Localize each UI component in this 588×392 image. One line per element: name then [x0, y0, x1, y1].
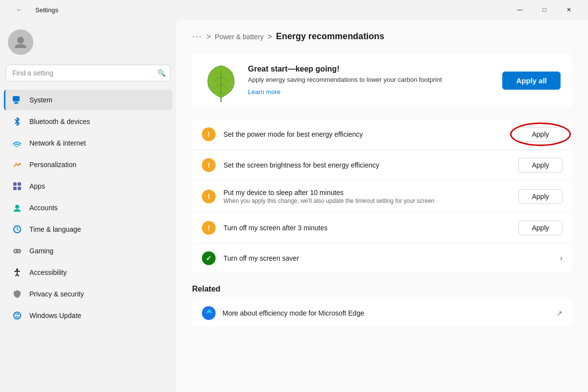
sidebar-item-update[interactable]: Windows Update	[4, 305, 172, 326]
window-controls: — □ ✕	[509, 2, 580, 18]
gaming-icon	[12, 245, 23, 256]
external-link-icon: ↗	[557, 309, 563, 317]
privacy-icon	[12, 289, 23, 299]
apply-button-2[interactable]: Apply	[518, 158, 563, 172]
title-bar-left: ← Settings	[8, 2, 58, 18]
svg-point-9	[15, 205, 19, 209]
rec-row-4: ! Turn off my screen after 3 minutes App…	[192, 213, 572, 244]
svg-rect-8	[18, 187, 21, 190]
sidebar-label-update: Windows Update	[29, 312, 81, 319]
hero-title: Great start—keep going!	[248, 65, 492, 74]
system-icon	[12, 95, 23, 105]
app-container: 🔍 System Bluetooth & devices Network & i…	[0, 20, 588, 392]
rec-text-3: Put my device to sleep after 10 minutes …	[223, 189, 511, 204]
svg-point-0	[17, 37, 24, 44]
sidebar: 🔍 System Bluetooth & devices Network & i…	[0, 20, 176, 392]
hero-text: Great start—keep going! Apply energy sav…	[248, 65, 492, 96]
apply-button-4[interactable]: Apply	[518, 220, 563, 235]
apps-icon	[12, 181, 23, 192]
rec-icon-2: !	[202, 158, 216, 172]
rec-text-1: Set the power mode for best energy effic…	[223, 130, 511, 138]
accounts-icon	[12, 202, 23, 213]
app-title: Settings	[35, 6, 58, 14]
rec-row-5: ✓ Turn off my screen saver ›	[192, 244, 572, 273]
svg-rect-3	[14, 103, 19, 104]
search-input[interactable]	[6, 65, 171, 81]
hero-section: Great start—keep going! Apply energy sav…	[192, 53, 572, 107]
sidebar-label-privacy: Privacy & security	[29, 290, 84, 298]
rec-title-4: Turn off my screen after 3 minutes	[223, 224, 511, 232]
sidebar-label-time: Time & language	[29, 225, 81, 233]
sidebar-item-privacy[interactable]: Privacy & security	[4, 284, 172, 304]
breadcrumb-sep2: >	[268, 32, 272, 41]
rec-row-3: ! Put my device to sleep after 10 minute…	[192, 181, 572, 213]
svg-point-15	[19, 251, 20, 252]
rec-title-5: Turn off my screen saver	[223, 254, 552, 262]
svg-point-4	[17, 146, 18, 147]
hero-description: Apply energy saving recommendations to l…	[248, 75, 492, 84]
search-box: 🔍	[6, 65, 171, 81]
accessibility-icon	[12, 267, 23, 278]
maximize-button[interactable]: □	[533, 2, 556, 18]
rec-row-2: ! Set the screen brightness for best ene…	[192, 150, 572, 181]
rec-row-1: ! Set the power mode for best energy eff…	[192, 119, 572, 150]
related-card-1[interactable]: More about efficiency mode for Microsoft…	[192, 299, 572, 327]
search-icon: 🔍	[157, 69, 166, 77]
breadcrumb-sep1: >	[206, 32, 211, 41]
svg-rect-2	[15, 102, 18, 103]
learn-more-link[interactable]: Learn more	[248, 88, 280, 96]
sidebar-item-network[interactable]: Network & internet	[4, 133, 172, 153]
rec-text-4: Turn off my screen after 3 minutes	[223, 224, 511, 232]
related-title: Related	[192, 285, 572, 294]
bluetooth-icon	[12, 116, 23, 127]
sidebar-label-bluetooth: Bluetooth & devices	[29, 118, 90, 125]
rec-text-5: Turn off my screen saver	[223, 254, 552, 262]
rec-title-3: Put my device to sleep after 10 minutes	[223, 189, 511, 196]
sidebar-label-gaming: Gaming	[29, 247, 53, 255]
svg-rect-11	[13, 249, 21, 253]
sidebar-item-bluetooth[interactable]: Bluetooth & devices	[4, 111, 172, 132]
leaf-icon	[204, 63, 238, 98]
close-button[interactable]: ✕	[558, 2, 580, 18]
sidebar-label-accounts: Accounts	[29, 204, 58, 212]
sidebar-item-time[interactable]: Time & language	[4, 219, 172, 240]
svg-rect-7	[13, 187, 17, 190]
breadcrumb-current: Energy recommendations	[276, 31, 384, 42]
rec-icon-1: !	[202, 127, 216, 141]
back-button[interactable]: ←	[8, 2, 30, 18]
svg-rect-6	[18, 182, 21, 186]
title-bar: ← Settings — □ ✕	[0, 0, 588, 20]
breadcrumb: ··· > Power & battery > Energy recommend…	[192, 31, 572, 42]
sidebar-label-system: System	[29, 96, 52, 104]
time-icon	[12, 224, 23, 235]
rec-text-2: Set the screen brightness for best energ…	[223, 161, 511, 169]
rec-icon-5: ✓	[202, 251, 216, 265]
rec-title-1: Set the power mode for best energy effic…	[223, 130, 511, 138]
svg-rect-5	[13, 182, 17, 186]
svg-rect-1	[13, 96, 20, 101]
update-icon	[12, 310, 23, 321]
personalization-icon	[12, 159, 23, 170]
sidebar-item-gaming[interactable]: Gaming	[4, 241, 172, 261]
edge-icon	[202, 306, 216, 320]
related-section: Related More about efficiency mode for M…	[192, 285, 572, 327]
svg-point-17	[14, 312, 21, 319]
sidebar-item-accessibility[interactable]: Accessibility	[4, 262, 172, 283]
sidebar-item-system[interactable]: System	[4, 90, 172, 110]
apply-button-1[interactable]: Apply	[518, 127, 563, 142]
sidebar-item-apps[interactable]: Apps	[4, 176, 172, 196]
related-text-1: More about efficiency mode for Microsoft…	[222, 309, 550, 317]
sidebar-item-personalization[interactable]: Personalization	[4, 154, 172, 175]
breadcrumb-power[interactable]: Power & battery	[215, 33, 264, 41]
chevron-right-icon: ›	[560, 254, 563, 263]
apply-button-3[interactable]: Apply	[518, 189, 563, 204]
breadcrumb-dots[interactable]: ···	[192, 31, 202, 42]
sidebar-label-network: Network & internet	[29, 139, 86, 147]
sidebar-item-accounts[interactable]: Accounts	[4, 197, 172, 218]
rec-icon-4: !	[202, 221, 216, 235]
apply-all-button[interactable]: Apply all	[502, 72, 561, 90]
svg-point-16	[16, 269, 18, 270]
content-area: ··· > Power & battery > Energy recommend…	[176, 20, 588, 392]
minimize-button[interactable]: —	[509, 2, 531, 18]
recommendations-list: ! Set the power mode for best energy eff…	[192, 119, 572, 273]
